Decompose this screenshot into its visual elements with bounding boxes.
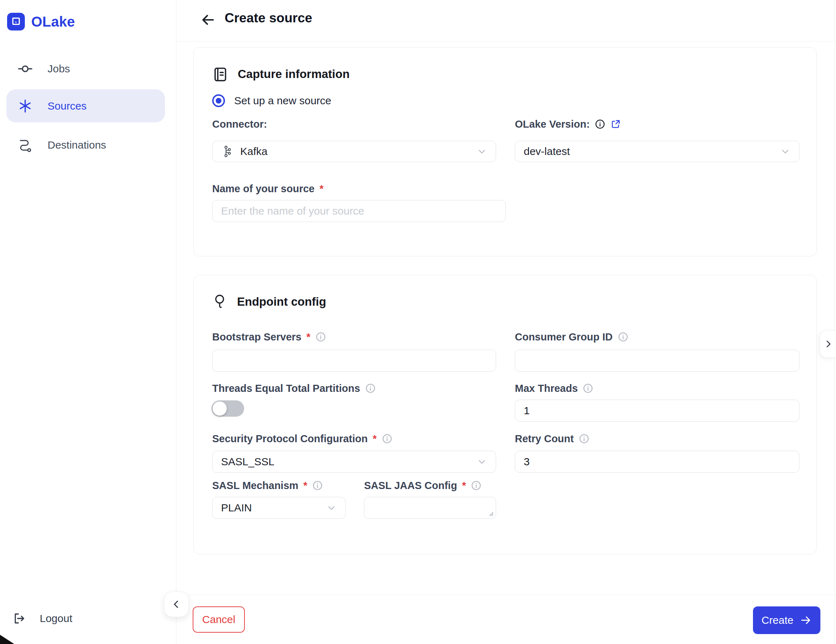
logout-button[interactable]: Logout bbox=[12, 603, 72, 633]
sasl-mechanism-select[interactable]: PLAIN bbox=[212, 497, 346, 519]
chevron-right-icon bbox=[823, 339, 834, 349]
sasl-mechanism-label: SASL Mechanism bbox=[212, 480, 299, 491]
info-icon[interactable] bbox=[471, 480, 482, 491]
route-icon bbox=[18, 138, 33, 153]
required-marker: * bbox=[319, 183, 323, 195]
olake-version-select[interactable]: dev-latest bbox=[515, 141, 800, 162]
chevron-down-icon bbox=[780, 146, 790, 157]
radio-icon bbox=[212, 95, 225, 107]
olake-logo-icon bbox=[7, 13, 25, 31]
asterisk-icon bbox=[18, 99, 33, 114]
connector-label: Connector: bbox=[212, 119, 267, 130]
bootstrap-servers-input[interactable] bbox=[212, 350, 496, 372]
bootstrap-servers-label: Bootstrap Servers bbox=[212, 331, 301, 343]
retry-count-input[interactable] bbox=[515, 451, 800, 473]
cancel-button[interactable]: Cancel bbox=[193, 607, 245, 633]
info-icon[interactable] bbox=[382, 434, 392, 444]
source-name-label: Name of your source bbox=[212, 183, 314, 195]
arrow-left-icon bbox=[200, 12, 216, 28]
required-marker: * bbox=[304, 480, 307, 491]
olake-version-label-row: OLake Version: bbox=[515, 117, 621, 131]
info-icon[interactable] bbox=[618, 332, 629, 342]
sidebar-item-label: Destinations bbox=[47, 139, 106, 151]
right-drawer-edge bbox=[834, 0, 835, 644]
radio-label: Set up a new source bbox=[234, 95, 331, 107]
sidebar: OLake Jobs Sources Destinations bbox=[0, 0, 176, 644]
sasl-jaas-label-row: SASL JAAS Config * bbox=[364, 478, 482, 492]
journal-icon bbox=[212, 66, 228, 82]
chevron-down-icon bbox=[477, 457, 487, 467]
kafka-logo-icon bbox=[221, 145, 232, 157]
chevron-down-icon bbox=[477, 146, 487, 157]
sidebar-item-label: Sources bbox=[47, 100, 87, 112]
threads-equal-toggle[interactable] bbox=[211, 400, 244, 417]
threads-equal-label: Threads Equal Total Partitions bbox=[212, 383, 360, 395]
olake-version-label: OLake Version: bbox=[515, 119, 590, 130]
connector-label-row: Connector: bbox=[212, 117, 267, 131]
consumer-group-id-input[interactable] bbox=[515, 350, 800, 372]
capture-card-title: Capture information bbox=[238, 67, 349, 81]
security-protocol-label: Security Protocol Configuration bbox=[212, 433, 367, 445]
chevron-left-icon bbox=[171, 598, 182, 610]
security-protocol-label-row: Security Protocol Configuration * bbox=[212, 432, 392, 446]
olake-version-value: dev-latest bbox=[524, 145, 570, 157]
info-icon[interactable] bbox=[315, 332, 326, 342]
security-protocol-select[interactable]: SASL_SSL bbox=[212, 451, 496, 473]
max-threads-input[interactable] bbox=[515, 399, 800, 422]
info-icon[interactable] bbox=[595, 119, 605, 129]
balloon-pin-icon bbox=[212, 293, 227, 310]
app-window: OLake Jobs Sources Destinations bbox=[0, 0, 836, 644]
setup-new-source-radio[interactable]: Set up a new source bbox=[212, 95, 331, 107]
logout-icon bbox=[12, 611, 26, 626]
page-title: Create source bbox=[225, 11, 312, 26]
chevron-down-icon bbox=[326, 502, 337, 513]
cancel-label: Cancel bbox=[202, 613, 235, 626]
sidebar-item-destinations[interactable]: Destinations bbox=[7, 128, 165, 161]
toggle-knob bbox=[212, 401, 227, 416]
sidebar-item-jobs[interactable]: Jobs bbox=[7, 52, 165, 85]
endpoint-card-title: Endpoint config bbox=[237, 295, 326, 308]
connector-value: Kafka bbox=[240, 145, 268, 157]
info-icon[interactable] bbox=[365, 383, 376, 394]
cursor-artifact bbox=[0, 635, 14, 644]
consumer-group-id-label-row: Consumer Group ID bbox=[515, 330, 629, 344]
retry-count-label: Retry Count bbox=[515, 433, 574, 445]
sasl-jaas-label: SASL JAAS Config bbox=[364, 480, 457, 491]
info-icon[interactable] bbox=[312, 480, 323, 491]
resize-handle-icon[interactable] bbox=[487, 509, 494, 517]
sasl-mechanism-value: PLAIN bbox=[221, 502, 252, 514]
consumer-group-id-label: Consumer Group ID bbox=[515, 331, 613, 343]
connector-select[interactable]: Kafka bbox=[212, 141, 496, 162]
source-name-label-row: Name of your source * bbox=[212, 182, 323, 196]
back-button[interactable] bbox=[199, 11, 217, 29]
bootstrap-servers-label-row: Bootstrap Servers * bbox=[212, 330, 326, 344]
source-name-input[interactable] bbox=[212, 200, 506, 222]
sasl-mechanism-label-row: SASL Mechanism * bbox=[212, 478, 323, 492]
required-marker: * bbox=[462, 480, 466, 491]
retry-count-label-row: Retry Count bbox=[515, 432, 589, 446]
form-footer bbox=[176, 595, 836, 644]
right-drawer-toggle[interactable] bbox=[820, 330, 836, 358]
required-marker: * bbox=[372, 433, 377, 445]
info-icon[interactable] bbox=[583, 383, 593, 394]
max-threads-label-row: Max Threads bbox=[515, 381, 593, 395]
capture-information-card: Capture information Set up a new source … bbox=[193, 47, 817, 256]
capture-card-title-row: Capture information bbox=[212, 65, 349, 84]
sidebar-item-sources[interactable]: Sources bbox=[7, 90, 165, 122]
create-label: Create bbox=[761, 614, 794, 626]
endpoint-config-card: Endpoint config Bootstrap Servers * Cons… bbox=[193, 275, 817, 554]
sasl-jaas-textarea[interactable] bbox=[364, 497, 496, 519]
brand-name: OLake bbox=[31, 14, 75, 30]
sidebar-item-label: Jobs bbox=[47, 63, 70, 75]
logout-label: Logout bbox=[40, 613, 72, 624]
info-icon[interactable] bbox=[579, 434, 589, 444]
brand-logo[interactable]: OLake bbox=[7, 12, 75, 31]
security-protocol-value: SASL_SSL bbox=[221, 456, 274, 468]
sidebar-collapse-button[interactable] bbox=[164, 592, 189, 617]
external-link-icon[interactable] bbox=[610, 119, 621, 129]
threads-equal-label-row: Threads Equal Total Partitions bbox=[212, 381, 376, 395]
create-button[interactable]: Create bbox=[753, 607, 820, 634]
max-threads-label: Max Threads bbox=[515, 383, 578, 395]
required-marker: * bbox=[306, 331, 310, 343]
git-commit-icon bbox=[18, 61, 33, 76]
